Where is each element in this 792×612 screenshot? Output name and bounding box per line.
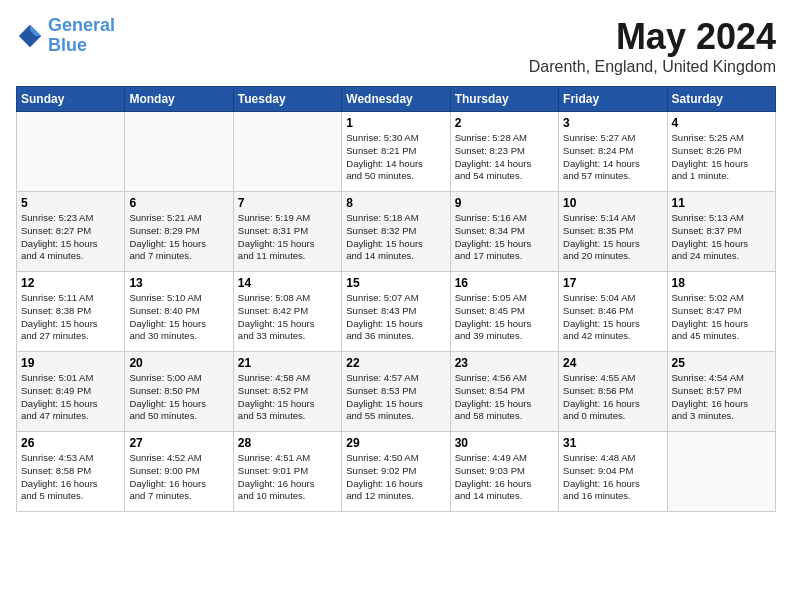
day-number: 19 bbox=[21, 356, 120, 370]
day-info: Sunrise: 4:57 AM Sunset: 8:53 PM Dayligh… bbox=[346, 372, 445, 423]
calendar-day-header: Saturday bbox=[667, 87, 775, 112]
calendar-cell: 14Sunrise: 5:08 AM Sunset: 8:42 PM Dayli… bbox=[233, 272, 341, 352]
day-info: Sunrise: 5:13 AM Sunset: 8:37 PM Dayligh… bbox=[672, 212, 771, 263]
day-info: Sunrise: 5:18 AM Sunset: 8:32 PM Dayligh… bbox=[346, 212, 445, 263]
day-number: 8 bbox=[346, 196, 445, 210]
calendar-cell: 9Sunrise: 5:16 AM Sunset: 8:34 PM Daylig… bbox=[450, 192, 558, 272]
calendar-week-row: 1Sunrise: 5:30 AM Sunset: 8:21 PM Daylig… bbox=[17, 112, 776, 192]
logo-line1: General bbox=[48, 15, 115, 35]
calendar-cell: 19Sunrise: 5:01 AM Sunset: 8:49 PM Dayli… bbox=[17, 352, 125, 432]
calendar-cell: 24Sunrise: 4:55 AM Sunset: 8:56 PM Dayli… bbox=[559, 352, 667, 432]
day-info: Sunrise: 5:10 AM Sunset: 8:40 PM Dayligh… bbox=[129, 292, 228, 343]
calendar-cell: 1Sunrise: 5:30 AM Sunset: 8:21 PM Daylig… bbox=[342, 112, 450, 192]
day-info: Sunrise: 5:16 AM Sunset: 8:34 PM Dayligh… bbox=[455, 212, 554, 263]
calendar-week-row: 19Sunrise: 5:01 AM Sunset: 8:49 PM Dayli… bbox=[17, 352, 776, 432]
calendar-cell: 28Sunrise: 4:51 AM Sunset: 9:01 PM Dayli… bbox=[233, 432, 341, 512]
calendar-day-header: Tuesday bbox=[233, 87, 341, 112]
month-title: May 2024 bbox=[529, 16, 776, 58]
calendar-cell: 2Sunrise: 5:28 AM Sunset: 8:23 PM Daylig… bbox=[450, 112, 558, 192]
calendar-day-header: Thursday bbox=[450, 87, 558, 112]
calendar-cell: 8Sunrise: 5:18 AM Sunset: 8:32 PM Daylig… bbox=[342, 192, 450, 272]
location: Darenth, England, United Kingdom bbox=[529, 58, 776, 76]
calendar-cell: 17Sunrise: 5:04 AM Sunset: 8:46 PM Dayli… bbox=[559, 272, 667, 352]
day-number: 9 bbox=[455, 196, 554, 210]
calendar-day-header: Monday bbox=[125, 87, 233, 112]
day-number: 25 bbox=[672, 356, 771, 370]
calendar-cell bbox=[125, 112, 233, 192]
calendar-cell: 5Sunrise: 5:23 AM Sunset: 8:27 PM Daylig… bbox=[17, 192, 125, 272]
calendar-day-header: Friday bbox=[559, 87, 667, 112]
day-number: 22 bbox=[346, 356, 445, 370]
calendar-cell: 16Sunrise: 5:05 AM Sunset: 8:45 PM Dayli… bbox=[450, 272, 558, 352]
day-number: 10 bbox=[563, 196, 662, 210]
day-number: 18 bbox=[672, 276, 771, 290]
day-number: 27 bbox=[129, 436, 228, 450]
day-info: Sunrise: 5:04 AM Sunset: 8:46 PM Dayligh… bbox=[563, 292, 662, 343]
calendar-cell: 18Sunrise: 5:02 AM Sunset: 8:47 PM Dayli… bbox=[667, 272, 775, 352]
day-number: 3 bbox=[563, 116, 662, 130]
day-info: Sunrise: 5:23 AM Sunset: 8:27 PM Dayligh… bbox=[21, 212, 120, 263]
day-number: 1 bbox=[346, 116, 445, 130]
day-info: Sunrise: 5:07 AM Sunset: 8:43 PM Dayligh… bbox=[346, 292, 445, 343]
calendar-cell: 11Sunrise: 5:13 AM Sunset: 8:37 PM Dayli… bbox=[667, 192, 775, 272]
calendar-table: SundayMondayTuesdayWednesdayThursdayFrid… bbox=[16, 86, 776, 512]
calendar-cell: 26Sunrise: 4:53 AM Sunset: 8:58 PM Dayli… bbox=[17, 432, 125, 512]
logo: General Blue bbox=[16, 16, 115, 56]
day-info: Sunrise: 5:08 AM Sunset: 8:42 PM Dayligh… bbox=[238, 292, 337, 343]
day-info: Sunrise: 5:00 AM Sunset: 8:50 PM Dayligh… bbox=[129, 372, 228, 423]
day-info: Sunrise: 5:21 AM Sunset: 8:29 PM Dayligh… bbox=[129, 212, 228, 263]
calendar-cell: 22Sunrise: 4:57 AM Sunset: 8:53 PM Dayli… bbox=[342, 352, 450, 432]
day-number: 7 bbox=[238, 196, 337, 210]
logo-line2: Blue bbox=[48, 35, 87, 55]
day-info: Sunrise: 4:53 AM Sunset: 8:58 PM Dayligh… bbox=[21, 452, 120, 503]
day-number: 28 bbox=[238, 436, 337, 450]
day-info: Sunrise: 4:55 AM Sunset: 8:56 PM Dayligh… bbox=[563, 372, 662, 423]
day-info: Sunrise: 5:02 AM Sunset: 8:47 PM Dayligh… bbox=[672, 292, 771, 343]
calendar-cell bbox=[17, 112, 125, 192]
calendar-cell: 25Sunrise: 4:54 AM Sunset: 8:57 PM Dayli… bbox=[667, 352, 775, 432]
day-info: Sunrise: 4:51 AM Sunset: 9:01 PM Dayligh… bbox=[238, 452, 337, 503]
day-info: Sunrise: 5:28 AM Sunset: 8:23 PM Dayligh… bbox=[455, 132, 554, 183]
day-number: 31 bbox=[563, 436, 662, 450]
calendar-cell: 31Sunrise: 4:48 AM Sunset: 9:04 PM Dayli… bbox=[559, 432, 667, 512]
calendar-cell: 3Sunrise: 5:27 AM Sunset: 8:24 PM Daylig… bbox=[559, 112, 667, 192]
day-number: 12 bbox=[21, 276, 120, 290]
day-info: Sunrise: 5:30 AM Sunset: 8:21 PM Dayligh… bbox=[346, 132, 445, 183]
day-info: Sunrise: 4:49 AM Sunset: 9:03 PM Dayligh… bbox=[455, 452, 554, 503]
day-info: Sunrise: 5:11 AM Sunset: 8:38 PM Dayligh… bbox=[21, 292, 120, 343]
calendar-cell: 7Sunrise: 5:19 AM Sunset: 8:31 PM Daylig… bbox=[233, 192, 341, 272]
title-block: May 2024 Darenth, England, United Kingdo… bbox=[529, 16, 776, 76]
calendar-cell: 27Sunrise: 4:52 AM Sunset: 9:00 PM Dayli… bbox=[125, 432, 233, 512]
day-number: 11 bbox=[672, 196, 771, 210]
day-number: 24 bbox=[563, 356, 662, 370]
calendar-cell: 6Sunrise: 5:21 AM Sunset: 8:29 PM Daylig… bbox=[125, 192, 233, 272]
calendar-cell: 12Sunrise: 5:11 AM Sunset: 8:38 PM Dayli… bbox=[17, 272, 125, 352]
page-header: General Blue May 2024 Darenth, England, … bbox=[16, 16, 776, 76]
day-info: Sunrise: 5:27 AM Sunset: 8:24 PM Dayligh… bbox=[563, 132, 662, 183]
day-info: Sunrise: 5:14 AM Sunset: 8:35 PM Dayligh… bbox=[563, 212, 662, 263]
day-info: Sunrise: 4:58 AM Sunset: 8:52 PM Dayligh… bbox=[238, 372, 337, 423]
day-info: Sunrise: 4:56 AM Sunset: 8:54 PM Dayligh… bbox=[455, 372, 554, 423]
day-info: Sunrise: 4:54 AM Sunset: 8:57 PM Dayligh… bbox=[672, 372, 771, 423]
calendar-day-header: Sunday bbox=[17, 87, 125, 112]
calendar-cell: 10Sunrise: 5:14 AM Sunset: 8:35 PM Dayli… bbox=[559, 192, 667, 272]
day-number: 23 bbox=[455, 356, 554, 370]
calendar-week-row: 12Sunrise: 5:11 AM Sunset: 8:38 PM Dayli… bbox=[17, 272, 776, 352]
logo-icon bbox=[16, 22, 44, 50]
day-number: 5 bbox=[21, 196, 120, 210]
day-number: 20 bbox=[129, 356, 228, 370]
day-number: 16 bbox=[455, 276, 554, 290]
day-number: 2 bbox=[455, 116, 554, 130]
calendar-body: 1Sunrise: 5:30 AM Sunset: 8:21 PM Daylig… bbox=[17, 112, 776, 512]
day-number: 17 bbox=[563, 276, 662, 290]
day-number: 6 bbox=[129, 196, 228, 210]
calendar-cell: 4Sunrise: 5:25 AM Sunset: 8:26 PM Daylig… bbox=[667, 112, 775, 192]
day-number: 21 bbox=[238, 356, 337, 370]
logo-text: General Blue bbox=[48, 16, 115, 56]
calendar-cell bbox=[667, 432, 775, 512]
calendar-cell bbox=[233, 112, 341, 192]
day-number: 30 bbox=[455, 436, 554, 450]
calendar-cell: 13Sunrise: 5:10 AM Sunset: 8:40 PM Dayli… bbox=[125, 272, 233, 352]
calendar-header-row: SundayMondayTuesdayWednesdayThursdayFrid… bbox=[17, 87, 776, 112]
day-info: Sunrise: 5:05 AM Sunset: 8:45 PM Dayligh… bbox=[455, 292, 554, 343]
